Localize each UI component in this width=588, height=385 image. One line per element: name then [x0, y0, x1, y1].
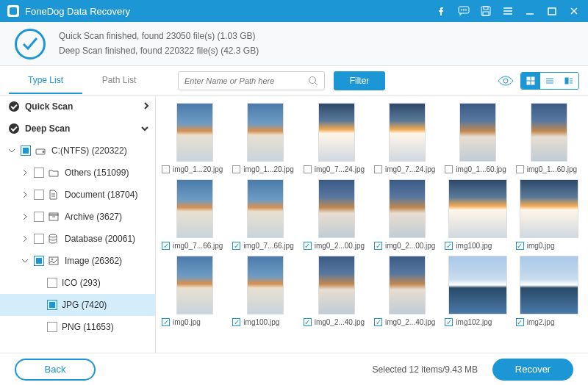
- thumbnail-image[interactable]: [448, 179, 507, 238]
- search-box[interactable]: [178, 71, 325, 90]
- thumbnail-item[interactable]: img100.jpg: [445, 179, 511, 250]
- thumbnail-item[interactable]: img0.jpg: [516, 179, 582, 250]
- checkbox-icon[interactable]: [21, 145, 31, 156]
- checkbox-icon[interactable]: [47, 278, 57, 288]
- thumbnail-checkbox[interactable]: [162, 318, 170, 326]
- save-icon[interactable]: [479, 4, 492, 18]
- checkbox-icon[interactable]: [34, 168, 44, 178]
- thumbnail-item[interactable]: img0_2...00.jpg: [374, 179, 440, 250]
- thumbnail-image[interactable]: [176, 103, 213, 162]
- thumbnail-item[interactable]: img0_1...20.jpg: [162, 103, 228, 173]
- check-dot-icon: [9, 101, 19, 112]
- thumbnail-item[interactable]: img0_2...40.jpg: [304, 256, 370, 326]
- thumbnail-image[interactable]: [459, 103, 496, 162]
- tree-others[interactable]: Others (151099): [0, 162, 155, 184]
- tree-archive[interactable]: Archive (3627): [0, 206, 155, 228]
- facebook-icon[interactable]: [435, 4, 448, 18]
- tree-sidebar: Quick Scan Deep Scan C:(NTFS) (220322) O…: [0, 96, 156, 353]
- thumbnail-item[interactable]: img0_7...66.jpg: [232, 179, 298, 250]
- thumbnail-image[interactable]: [318, 256, 355, 314]
- thumbnail-item[interactable]: img0_2...40.jpg: [374, 256, 440, 326]
- thumbnail-item[interactable]: img2.jpg: [516, 256, 582, 326]
- thumbnail-checkbox[interactable]: [516, 318, 524, 326]
- thumbnail-checkbox[interactable]: [304, 318, 312, 326]
- tree-deep-scan[interactable]: Deep Scan: [0, 118, 155, 140]
- checkbox-icon[interactable]: [34, 190, 44, 200]
- filter-button[interactable]: Filter: [334, 71, 385, 90]
- thumbnail-filename: img0_7...66.jpg: [173, 242, 223, 250]
- thumbnail-item[interactable]: img0_1...60.jpg: [445, 103, 511, 173]
- list-view-icon[interactable]: [540, 73, 559, 89]
- thumbnail-image[interactable]: [389, 179, 426, 238]
- recover-button[interactable]: Recover: [492, 359, 573, 381]
- thumbnail-checkbox[interactable]: [304, 242, 312, 250]
- detail-view-icon[interactable]: [559, 73, 578, 89]
- tree-ico[interactable]: ICO (293): [0, 272, 155, 294]
- menu-icon[interactable]: [501, 4, 514, 18]
- thumbnail-filename: img0_1...60.jpg: [456, 165, 506, 173]
- thumbnail-checkbox[interactable]: [516, 165, 524, 173]
- thumbnail-image[interactable]: [247, 256, 284, 314]
- thumbnail-checkbox[interactable]: [162, 242, 170, 250]
- archive-icon: [49, 212, 60, 221]
- tree-image[interactable]: Image (26362): [0, 250, 155, 272]
- thumbnail-item[interactable]: img100.jpg: [232, 256, 298, 326]
- grid-view-icon[interactable]: [521, 73, 540, 89]
- thumbnail-image[interactable]: [389, 103, 426, 162]
- thumbnail-item[interactable]: img0_7...66.jpg: [162, 179, 228, 250]
- thumbnail-checkbox[interactable]: [232, 165, 240, 173]
- tree-document[interactable]: Document (18704): [0, 184, 155, 206]
- thumbnail-image[interactable]: [247, 103, 284, 162]
- thumbnail-image[interactable]: [389, 256, 426, 314]
- maximize-icon[interactable]: [545, 4, 559, 18]
- thumbnail-checkbox[interactable]: [232, 318, 240, 326]
- close-icon[interactable]: [567, 4, 581, 18]
- checkbox-icon[interactable]: [34, 234, 44, 244]
- minimize-icon[interactable]: [523, 4, 537, 18]
- tree-database[interactable]: Database (20061): [0, 228, 155, 250]
- thumbnail-checkbox[interactable]: [162, 165, 170, 173]
- tab-type-list[interactable]: Type List: [9, 68, 82, 94]
- checkbox-icon[interactable]: [47, 300, 57, 310]
- checkbox-icon[interactable]: [34, 212, 44, 222]
- checkbox-icon[interactable]: [34, 256, 44, 266]
- thumbnail-image[interactable]: [318, 179, 355, 238]
- thumbnail-image[interactable]: [520, 179, 578, 238]
- tree-quick-scan[interactable]: Quick Scan: [0, 96, 155, 118]
- thumbnail-checkbox[interactable]: [374, 318, 382, 326]
- tree-jpg[interactable]: JPG (7420): [0, 294, 155, 316]
- feedback-icon[interactable]: [457, 4, 470, 18]
- thumbnail-image[interactable]: [520, 256, 578, 314]
- thumbnail-item[interactable]: img0.jpg: [162, 256, 228, 326]
- preview-toggle-icon[interactable]: [495, 72, 516, 90]
- thumbnail-checkbox[interactable]: [374, 242, 382, 250]
- back-button[interactable]: Back: [15, 359, 96, 381]
- chevron-down-icon: [7, 148, 16, 154]
- thumbnail-image[interactable]: [247, 179, 284, 238]
- thumbnail-checkbox[interactable]: [304, 165, 312, 173]
- thumbnail-checkbox[interactable]: [445, 242, 453, 250]
- thumbnail-item[interactable]: img102.jpg: [445, 256, 511, 326]
- thumbnail-image[interactable]: [531, 103, 567, 162]
- thumbnail-checkbox[interactable]: [374, 165, 382, 173]
- thumbnail-item[interactable]: img0_1...60.jpg: [516, 103, 582, 173]
- thumbnail-checkbox[interactable]: [445, 318, 453, 326]
- svg-rect-5: [484, 7, 488, 10]
- search-input[interactable]: [184, 76, 308, 85]
- thumbnail-image[interactable]: [176, 256, 213, 314]
- thumbnail-checkbox[interactable]: [516, 242, 524, 250]
- thumbnail-image[interactable]: [318, 103, 355, 162]
- checkbox-icon[interactable]: [47, 322, 57, 332]
- thumbnail-image[interactable]: [176, 179, 213, 238]
- thumbnail-item[interactable]: img0_7...24.jpg: [374, 103, 440, 173]
- thumbnail-item[interactable]: img0_1...20.jpg: [232, 103, 298, 173]
- thumbnail-filename: img0.jpg: [527, 242, 555, 250]
- thumbnail-image[interactable]: [448, 256, 507, 314]
- thumbnail-checkbox[interactable]: [232, 242, 240, 250]
- thumbnail-item[interactable]: img0_2...00.jpg: [304, 179, 370, 250]
- thumbnail-checkbox[interactable]: [445, 165, 453, 173]
- tree-png[interactable]: PNG (11653): [0, 316, 155, 338]
- tree-drive[interactable]: C:(NTFS) (220322): [0, 140, 155, 162]
- thumbnail-item[interactable]: img0_7...24.jpg: [304, 103, 370, 173]
- tab-path-list[interactable]: Path List: [82, 68, 156, 94]
